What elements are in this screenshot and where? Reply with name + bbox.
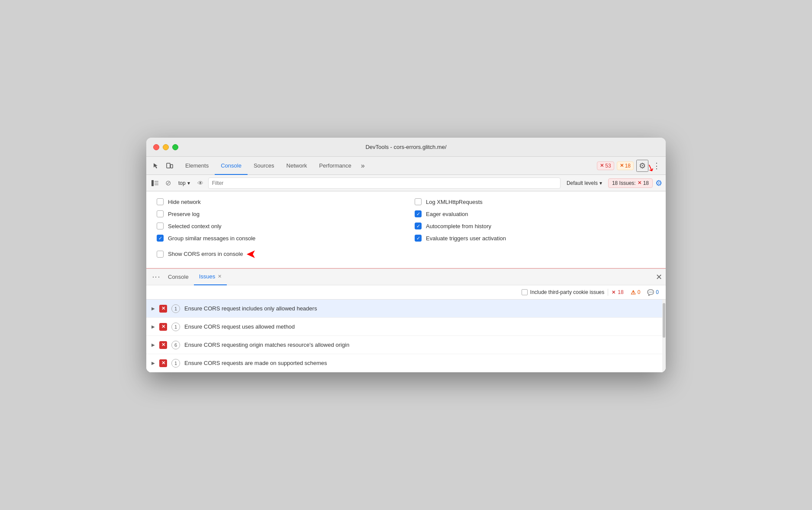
setting-eager-eval: ✓ Eager evaluation — [415, 210, 655, 217]
red-x-icon: ✕ — [612, 290, 615, 295]
checkbox-hide-network[interactable] — [157, 198, 164, 205]
checkbox-third-party[interactable] — [522, 289, 528, 295]
setting-preserve-log: Preserve log — [157, 210, 397, 217]
tab-performance[interactable]: Performance — [313, 157, 357, 175]
setting-log-xml: Log XMLHttpRequests — [415, 198, 655, 205]
error-count-badge: ✕ 53 — [597, 161, 614, 170]
error-x-icon: ✕ — [600, 163, 604, 168]
setting-cors-errors-row: Show CORS errors in console ➤ — [157, 247, 397, 261]
checkbox-cors-errors[interactable] — [157, 251, 164, 258]
tab-elements[interactable]: Elements — [179, 157, 215, 175]
tab-console[interactable]: Console — [215, 157, 248, 175]
issues-list-container: ▶ ✕ 1 Ensure CORS request includes only … — [146, 300, 666, 372]
svg-rect-2 — [151, 180, 154, 186]
red-arrow-cors: ➤ — [246, 247, 256, 261]
red-issue-count: 18 — [618, 289, 623, 295]
expand-icon: ▶ — [151, 324, 155, 329]
clear-console-button[interactable]: ⊘ — [163, 178, 173, 188]
cursor-icon — [152, 162, 159, 169]
error-icon: ✕ — [159, 359, 167, 367]
window-title: DevTools - cors-errors.glitch.me/ — [365, 144, 446, 150]
setting-evaluate-triggers: ✓ Evaluate triggers user activation — [415, 235, 655, 242]
console-settings-button[interactable]: ⚙ — [655, 178, 662, 188]
settings-left-col: Hide network Preserve log Selected conte… — [157, 198, 397, 261]
issues-list: ▶ ✕ 1 Ensure CORS request includes only … — [146, 300, 666, 372]
issue-item[interactable]: ▶ ✕ 6 Ensure CORS requesting origin matc… — [146, 336, 666, 354]
more-options-button[interactable]: ⋮ — [651, 161, 662, 171]
count-badge: 6 — [171, 341, 180, 349]
traffic-lights — [153, 144, 178, 150]
svg-rect-3 — [155, 181, 158, 182]
issue-item[interactable]: ▶ ✕ 1 Ensure CORS requests are made on s… — [146, 354, 666, 372]
count-badge: 1 — [171, 359, 180, 368]
svg-rect-1 — [171, 165, 173, 168]
issues-toolbar: Include third-party cookie issues ✕ 18 ⚠… — [146, 285, 666, 300]
setting-group-similar: ✓ Group similar messages in console — [157, 235, 397, 242]
settings-right-col: Log XMLHttpRequests ✓ Eager evaluation ✓… — [415, 198, 655, 261]
warn-icon: ✕ — [620, 163, 624, 168]
scrollbar-track — [662, 300, 666, 372]
bottom-panel-menu-button[interactable]: ⋮ — [151, 271, 161, 284]
sidebar-icon — [151, 180, 158, 186]
more-tabs-button[interactable]: » — [358, 157, 368, 175]
error-icon: ✕ — [159, 323, 167, 331]
info-icon: 💬 — [647, 289, 654, 296]
console-settings-panel: Hide network Preserve log Selected conte… — [146, 191, 666, 269]
warn-issue-count: 0 — [638, 289, 641, 295]
close-panel-button[interactable]: ✕ — [656, 272, 662, 282]
scrollbar-thumb[interactable] — [663, 303, 665, 338]
settings-grid: Hide network Preserve log Selected conte… — [157, 198, 655, 261]
issue-item[interactable]: ▶ ✕ 1 Ensure CORS request includes only … — [146, 300, 666, 318]
setting-selected-context: Selected context only — [157, 223, 397, 229]
device-icon — [166, 162, 173, 169]
tab-icon-group — [150, 160, 176, 172]
devtools-window: DevTools - cors-errors.glitch.me/ Elemen… — [146, 138, 666, 372]
tab-network[interactable]: Network — [280, 157, 313, 175]
svg-rect-0 — [167, 163, 170, 168]
filter-input[interactable] — [208, 178, 561, 189]
bottom-tab-console[interactable]: Console — [163, 269, 194, 285]
count-badge: 1 — [171, 323, 180, 331]
gear-wrapper: ⚙ ↘ — [636, 160, 648, 172]
checkbox-autocomplete[interactable]: ✓ — [415, 223, 422, 229]
divider — [608, 289, 608, 296]
issues-x-icon: ✕ — [638, 180, 641, 186]
checkbox-group-similar[interactable]: ✓ — [157, 235, 164, 242]
issues-count-bar: ✕ 18 ⚠ 0 💬 0 — [612, 289, 659, 296]
bottom-tab-issues[interactable]: Issues ✕ — [194, 269, 227, 285]
console-toolbar: ⊘ top ▾ 👁 Default levels ▾ 18 Issues: ✕ … — [146, 175, 666, 191]
bottom-tabs-bar: ⋮ Console Issues ✕ ✕ — [146, 269, 666, 285]
info-issue-count: 0 — [656, 289, 659, 295]
third-party-cookie-checkbox-row: Include third-party cookie issues — [522, 289, 604, 295]
eye-button[interactable]: 👁 — [195, 178, 206, 188]
checkbox-log-xml[interactable] — [415, 198, 422, 205]
issue-item[interactable]: ▶ ✕ 1 Ensure CORS request uses allowed m… — [146, 318, 666, 336]
context-selector[interactable]: top ▾ — [176, 179, 193, 187]
close-issues-tab-button[interactable]: ✕ — [218, 274, 222, 279]
setting-cors-errors: Show CORS errors in console — [157, 251, 243, 258]
device-toggle-button[interactable] — [164, 160, 176, 172]
minimize-button[interactable] — [163, 144, 169, 150]
setting-autocomplete: ✓ Autocomplete from history — [415, 223, 655, 229]
expand-icon: ▶ — [151, 306, 155, 311]
checkbox-selected-context[interactable] — [157, 223, 164, 229]
checkbox-eager-eval[interactable]: ✓ — [415, 210, 422, 217]
levels-selector[interactable]: Default levels ▾ — [563, 179, 606, 187]
close-button[interactable] — [153, 144, 159, 150]
inspect-element-button[interactable] — [150, 160, 162, 172]
maximize-button[interactable] — [172, 144, 178, 150]
issues-badge: 18 Issues: ✕ 18 — [608, 178, 653, 188]
error-icon: ✕ — [159, 305, 167, 313]
settings-button[interactable]: ⚙ — [636, 160, 648, 172]
checkbox-preserve-log[interactable] — [157, 210, 164, 217]
tab-sources[interactable]: Sources — [248, 157, 280, 175]
setting-hide-network: Hide network — [157, 198, 397, 205]
sidebar-toggle-button[interactable] — [150, 178, 160, 188]
error-icon: ✕ — [159, 341, 167, 349]
titlebar: DevTools - cors-errors.glitch.me/ — [146, 138, 666, 157]
main-tabs-bar: Elements Console Sources Network Perform… — [146, 157, 666, 175]
tab-right-actions: ✕ 53 ✕ 18 ⚙ ↘ ⋮ — [597, 160, 662, 172]
expand-icon: ▶ — [151, 342, 155, 347]
warn-triangle-icon: ⚠ — [631, 289, 636, 296]
checkbox-evaluate-triggers[interactable]: ✓ — [415, 235, 422, 242]
